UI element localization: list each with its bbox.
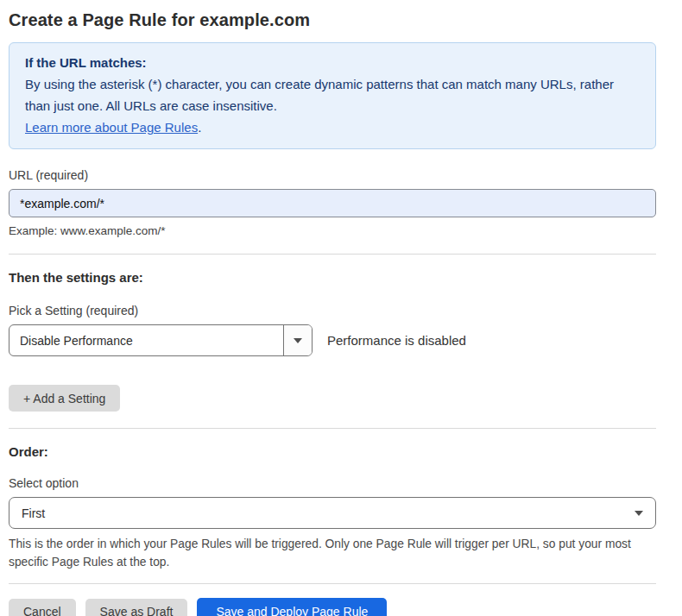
save-and-deploy-button[interactable]: Save and Deploy Page Rule: [197, 598, 387, 616]
cancel-button[interactable]: Cancel: [9, 599, 76, 616]
divider: [9, 428, 656, 429]
setting-row: Disable Performance Performance is disab…: [9, 324, 656, 356]
create-page-rule-form: Create a Page Rule for example.com If th…: [0, 0, 682, 616]
info-box-body: By using the asterisk (*) character, you…: [25, 73, 640, 138]
url-label: URL (required): [9, 168, 656, 182]
url-input[interactable]: [9, 189, 656, 217]
info-box-body-text: By using the asterisk (*) character, you…: [25, 77, 614, 113]
pick-setting-label: Pick a Setting (required): [9, 304, 656, 317]
settings-section-heading: Then the settings are:: [9, 270, 656, 285]
add-setting-button[interactable]: + Add a Setting: [9, 385, 120, 412]
order-select[interactable]: First: [9, 497, 656, 529]
info-box-heading: If the URL matches:: [25, 52, 640, 73]
setting-dropdown-arrow-button[interactable]: [283, 325, 312, 355]
order-select-label: Select option: [9, 476, 656, 490]
setting-status-text: Performance is disabled: [327, 333, 466, 348]
order-section-heading: Order:: [9, 444, 656, 459]
url-example-text: Example: www.example.com/*: [9, 224, 656, 237]
setting-dropdown[interactable]: Disable Performance: [9, 324, 313, 356]
url-match-info-box: If the URL matches: By using the asteris…: [9, 42, 656, 149]
learn-more-link[interactable]: Learn more about Page Rules: [25, 120, 198, 135]
order-select-value: First: [22, 506, 45, 520]
page-title: Create a Page Rule for example.com: [9, 10, 656, 30]
caret-down-icon: [635, 511, 643, 516]
order-help-text: This is the order in which your Page Rul…: [9, 535, 654, 571]
caret-down-icon: [294, 338, 302, 343]
save-as-draft-button[interactable]: Save as Draft: [85, 599, 188, 616]
footer-button-row: Cancel Save as Draft Save and Deploy Pag…: [9, 598, 656, 616]
setting-dropdown-value: Disable Performance: [9, 325, 283, 355]
divider: [9, 254, 656, 255]
divider: [9, 583, 656, 584]
link-period: .: [198, 120, 201, 135]
